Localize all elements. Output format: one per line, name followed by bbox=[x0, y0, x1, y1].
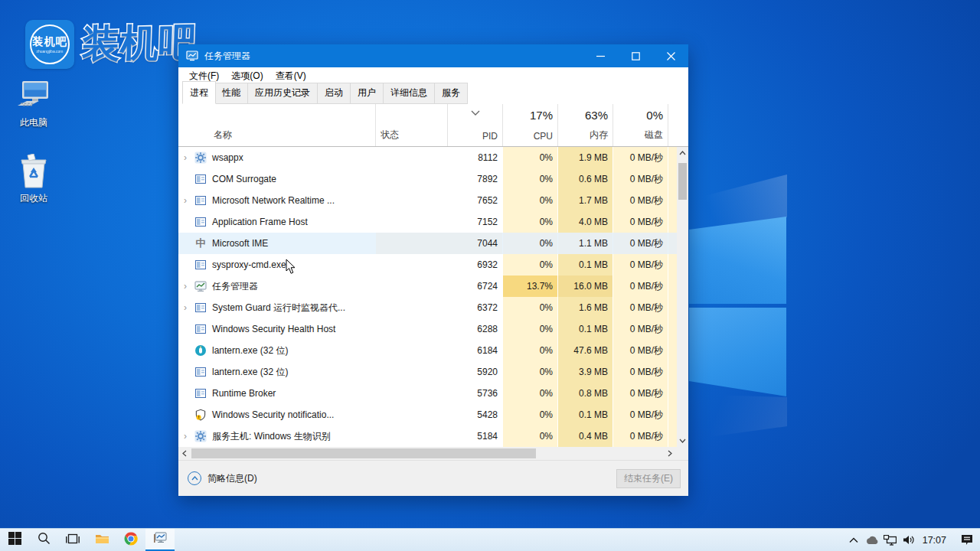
process-row[interactable]: sysproxy-cmd.exe69320%0.1 MB0 MB/秒0 bbox=[178, 254, 688, 276]
tray-cloud-icon[interactable] bbox=[863, 529, 881, 551]
vertical-scrollbar[interactable] bbox=[677, 147, 688, 447]
scroll-up-icon[interactable] bbox=[677, 147, 688, 159]
process-pid: 5428 bbox=[447, 404, 502, 425]
expand-chevron-icon[interactable]: › bbox=[178, 152, 192, 163]
taskbar-task-view-button[interactable] bbox=[58, 529, 87, 551]
column-header-memory[interactable]: 63% 内存 bbox=[557, 104, 612, 146]
tab-进程[interactable]: 进程 bbox=[182, 81, 216, 104]
process-disk: 0 MB/秒 bbox=[612, 404, 668, 425]
process-status bbox=[375, 318, 447, 340]
end-task-button[interactable]: 结束任务(E) bbox=[616, 469, 681, 488]
process-disk: 0 MB/秒 bbox=[612, 168, 668, 190]
tray-volume-icon[interactable] bbox=[900, 529, 918, 551]
disk-total-value: 0% bbox=[646, 109, 663, 122]
wallpaper-light-beam bbox=[687, 394, 787, 448]
this-pc-icon bbox=[5, 77, 63, 113]
minimize-button[interactable] bbox=[583, 44, 618, 67]
process-row[interactable]: 中Microsoft IME70440%1.1 MB0 MB/秒0 bbox=[178, 233, 688, 254]
tab-性能[interactable]: 性能 bbox=[215, 83, 248, 104]
process-memory: 47.6 MB bbox=[557, 340, 612, 361]
tray-network-icon[interactable] bbox=[881, 529, 900, 551]
tab-详细信息[interactable]: 详细信息 bbox=[384, 83, 435, 104]
fewer-details-toggle[interactable]: 简略信息(D) bbox=[188, 471, 257, 485]
tab-应用历史记录[interactable]: 应用历史记录 bbox=[248, 83, 318, 104]
expand-chevron-icon[interactable]: › bbox=[178, 302, 192, 313]
process-memory: 0.4 MB bbox=[557, 425, 612, 447]
taskbar-start-button[interactable] bbox=[0, 529, 29, 551]
process-cpu: 0% bbox=[502, 340, 557, 361]
vertical-scrollbar-thumb[interactable] bbox=[678, 163, 687, 200]
process-pid: 7044 bbox=[447, 233, 502, 254]
scroll-right-icon[interactable] bbox=[664, 447, 676, 460]
maximize-button[interactable] bbox=[618, 44, 653, 67]
menu-item-1[interactable]: 选项(O) bbox=[225, 70, 269, 83]
process-row[interactable]: ›wsappx81120%1.9 MB0 MB/秒0 bbox=[178, 147, 688, 168]
process-row[interactable]: ›服务主机: Windows 生物识别51840%0.4 MB0 MB/秒0 bbox=[178, 425, 688, 447]
taskbar-task-manager-button[interactable] bbox=[145, 529, 175, 551]
process-row[interactable]: Application Frame Host71520%4.0 MB0 MB/秒… bbox=[178, 211, 688, 233]
menu-item-2[interactable]: 查看(V) bbox=[270, 70, 312, 83]
window-footer: 简略信息(D) 结束任务(E) bbox=[178, 460, 688, 496]
sort-descending-icon bbox=[471, 107, 480, 118]
process-name: Windows Security Health Host bbox=[209, 324, 375, 334]
start-icon bbox=[8, 532, 21, 548]
process-row[interactable]: Windows Security Health Host62880%0.1 MB… bbox=[178, 318, 688, 340]
chevron-up-circle-icon bbox=[188, 471, 201, 485]
tab-用户[interactable]: 用户 bbox=[351, 83, 384, 104]
column-header-status[interactable]: 状态 bbox=[375, 104, 447, 146]
close-button[interactable] bbox=[653, 44, 688, 67]
scroll-down-icon[interactable] bbox=[677, 435, 688, 447]
process-row[interactable]: ›Microsoft Network Realtime ...76520%1.7… bbox=[178, 190, 688, 211]
app-window-icon bbox=[192, 194, 209, 207]
taskbar-chrome-button[interactable] bbox=[116, 529, 145, 551]
desktop-icon-recycle-bin[interactable]: 回收站 bbox=[5, 152, 63, 205]
brand-badge-text: 装机吧 bbox=[33, 35, 67, 49]
process-status bbox=[375, 425, 447, 447]
process-cpu: 0% bbox=[502, 211, 557, 233]
process-cpu: 0% bbox=[502, 383, 557, 404]
menu-item-0[interactable]: 文件(F) bbox=[183, 70, 225, 83]
process-name: System Guard 运行时监视器代... bbox=[209, 302, 375, 315]
process-cpu: 13.7% bbox=[502, 276, 557, 297]
app-window-icon bbox=[192, 366, 209, 378]
process-row[interactable]: Runtime Broker57360%0.8 MB0 MB/秒0 bbox=[178, 383, 688, 404]
search-icon bbox=[38, 532, 51, 548]
process-status bbox=[375, 190, 447, 211]
column-header-name[interactable]: 名称 bbox=[209, 104, 375, 146]
process-row[interactable]: COM Surrogate78920%0.6 MB0 MB/秒0 bbox=[178, 168, 688, 190]
tab-服务[interactable]: 服务 bbox=[435, 83, 468, 104]
column-header-disk[interactable]: 0% 磁盘 bbox=[612, 104, 668, 146]
task-view-icon bbox=[66, 533, 80, 548]
process-row[interactable]: !Windows Security notificatio...54280%0.… bbox=[178, 404, 688, 425]
horizontal-scrollbar-thumb[interactable] bbox=[191, 448, 536, 458]
process-name: 服务主机: Windows 生物识别 bbox=[209, 430, 375, 443]
scroll-left-icon[interactable] bbox=[178, 447, 191, 460]
expand-chevron-icon[interactable]: › bbox=[178, 195, 192, 206]
taskbar-file-explorer-button[interactable] bbox=[87, 529, 116, 551]
process-memory: 16.0 MB bbox=[557, 276, 612, 297]
taskbar-search-button[interactable] bbox=[29, 529, 58, 551]
chrome-icon bbox=[124, 532, 138, 549]
process-pid: 6372 bbox=[447, 297, 502, 318]
column-header-pid[interactable]: PID bbox=[447, 104, 502, 146]
process-row[interactable]: lantern.exe (32 位)61840%47.6 MB0 MB/秒0 bbox=[178, 340, 688, 361]
process-memory: 1.9 MB bbox=[557, 147, 612, 168]
window-title: 任务管理器 bbox=[204, 50, 250, 63]
taskbar-clock[interactable]: 17:07 bbox=[918, 535, 954, 546]
horizontal-scrollbar[interactable] bbox=[178, 447, 688, 460]
desktop-icon-this-pc[interactable]: 此电脑 bbox=[5, 77, 63, 129]
tab-启动[interactable]: 启动 bbox=[318, 83, 351, 104]
process-disk: 0 MB/秒 bbox=[612, 361, 668, 383]
action-center-button[interactable] bbox=[954, 529, 980, 551]
process-name: Microsoft Network Realtime ... bbox=[209, 195, 375, 206]
process-disk: 0 MB/秒 bbox=[612, 297, 668, 318]
process-row[interactable]: ›System Guard 运行时监视器代...63720%1.6 MB0 MB… bbox=[178, 297, 688, 318]
process-row[interactable]: lantern.exe (32 位)59200%3.9 MB0 MB/秒0 bbox=[178, 361, 688, 383]
tray-chevron-up-icon[interactable] bbox=[844, 529, 863, 551]
expand-chevron-icon[interactable]: › bbox=[178, 431, 192, 442]
process-row[interactable]: ›任务管理器672413.7%16.0 MB0 MB/秒0 bbox=[178, 276, 688, 297]
expand-chevron-icon[interactable]: › bbox=[178, 281, 192, 292]
brand-badge-subtext: zhuangjiba.com bbox=[36, 49, 63, 54]
process-status bbox=[375, 340, 447, 361]
column-header-cpu[interactable]: 17% CPU bbox=[502, 104, 557, 146]
